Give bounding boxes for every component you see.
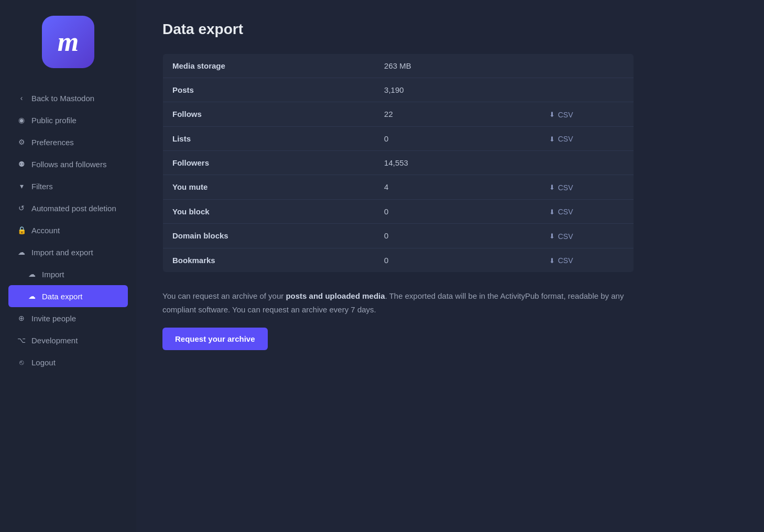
csv-download-7[interactable]: ⬇CSV — [549, 232, 573, 241]
sidebar-item-import[interactable]: ☁Import — [8, 263, 128, 285]
row-csv-4 — [540, 151, 634, 175]
sidebar-item-follows-and-followers[interactable]: ⚉Follows and followers — [8, 153, 128, 175]
account-label: Account — [31, 226, 60, 235]
row-csv-6[interactable]: ⬇CSV — [540, 199, 634, 224]
public-profile-label: Public profile — [31, 116, 77, 125]
download-icon: ⬇ — [549, 111, 555, 118]
csv-download-5[interactable]: ⬇CSV — [549, 183, 573, 192]
row-label-7: Domain blocks — [163, 224, 375, 248]
logo-letter: m — [58, 28, 79, 56]
row-value-0: 263 MB — [375, 54, 540, 78]
row-csv-7[interactable]: ⬇CSV — [540, 224, 634, 248]
sidebar-navigation: ‹Back to Mastodon◉Public profile⚙Prefere… — [0, 87, 136, 373]
invite-people-label: Invite people — [31, 314, 76, 323]
follows-and-followers-label: Follows and followers — [31, 160, 106, 169]
sidebar-item-data-export[interactable]: ☁Data export — [8, 285, 128, 307]
table-row: Posts3,190 — [163, 78, 634, 102]
account-icon: 🔒 — [17, 225, 26, 235]
archive-bold-text: posts and uploaded media — [286, 291, 385, 300]
sidebar-item-account[interactable]: 🔒Account — [8, 219, 128, 241]
mastodon-logo: m — [42, 16, 94, 68]
csv-download-2[interactable]: ⬇CSV — [549, 111, 573, 119]
row-label-3: Lists — [163, 126, 375, 151]
back-to-mastodon-label: Back to Mastodon — [31, 94, 94, 103]
sidebar-item-development[interactable]: ⌥Development — [8, 329, 128, 351]
row-value-8: 0 — [375, 248, 540, 273]
download-icon: ⬇ — [549, 257, 555, 265]
follows-and-followers-icon: ⚉ — [17, 159, 26, 169]
row-csv-1 — [540, 78, 634, 102]
import-and-export-label: Import and export — [31, 248, 93, 257]
row-csv-8[interactable]: ⬇CSV — [540, 248, 634, 273]
row-label-6: You block — [163, 199, 375, 224]
csv-download-6[interactable]: ⬇CSV — [549, 208, 573, 216]
csv-download-8[interactable]: ⬇CSV — [549, 256, 573, 265]
row-label-8: Bookmarks — [163, 248, 375, 273]
sidebar-item-import-and-export[interactable]: ☁Import and export — [8, 241, 128, 263]
table-row: Bookmarks0⬇CSV — [163, 248, 634, 273]
table-row: Followers14,553 — [163, 151, 634, 175]
development-label: Development — [31, 336, 78, 345]
download-icon: ⬇ — [549, 208, 555, 216]
sidebar-item-filters[interactable]: ▾Filters — [8, 175, 128, 197]
sidebar-item-automated-post-deletion[interactable]: ↺Automated post deletion — [8, 197, 128, 219]
row-value-3: 0 — [375, 126, 540, 151]
data-export-icon: ☁ — [27, 291, 37, 301]
data-export-table: Media storage263 MBPosts3,190Follows22⬇C… — [162, 53, 634, 273]
preferences-icon: ⚙ — [17, 137, 26, 147]
sidebar: m ‹Back to Mastodon◉Public profile⚙Prefe… — [0, 0, 136, 532]
invite-people-icon: ⊕ — [17, 313, 26, 323]
table-row: Domain blocks0⬇CSV — [163, 224, 634, 248]
table-row: Lists0⬇CSV — [163, 126, 634, 151]
archive-text-before: You can request an archive of your — [162, 291, 286, 300]
main-content: Data export Media storage263 MBPosts3,19… — [136, 0, 764, 532]
data-export-label: Data export — [42, 292, 83, 301]
import-label: Import — [42, 270, 64, 279]
csv-label: CSV — [558, 111, 573, 119]
row-value-1: 3,190 — [375, 78, 540, 102]
import-and-export-icon: ☁ — [17, 247, 26, 257]
logout-icon: ⎋ — [17, 357, 26, 367]
sidebar-item-preferences[interactable]: ⚙Preferences — [8, 131, 128, 153]
automated-post-deletion-icon: ↺ — [17, 203, 26, 213]
archive-description: You can request an archive of your posts… — [162, 289, 634, 316]
request-archive-button[interactable]: Request your archive — [162, 328, 268, 350]
csv-download-3[interactable]: ⬇CSV — [549, 135, 573, 143]
row-label-1: Posts — [163, 78, 375, 102]
download-icon: ⬇ — [549, 135, 555, 143]
preferences-label: Preferences — [31, 138, 74, 147]
row-label-0: Media storage — [163, 54, 375, 78]
csv-label: CSV — [558, 183, 573, 192]
row-value-7: 0 — [375, 224, 540, 248]
table-row: Media storage263 MB — [163, 54, 634, 78]
csv-label: CSV — [558, 208, 573, 216]
table-row: You block0⬇CSV — [163, 199, 634, 224]
row-csv-0 — [540, 54, 634, 78]
filters-icon: ▾ — [17, 181, 26, 191]
public-profile-icon: ◉ — [17, 115, 26, 125]
row-label-4: Followers — [163, 151, 375, 175]
download-icon: ⬇ — [549, 183, 555, 191]
development-icon: ⌥ — [17, 335, 26, 345]
sidebar-item-back-to-mastodon[interactable]: ‹Back to Mastodon — [8, 87, 128, 109]
row-value-4: 14,553 — [375, 151, 540, 175]
import-icon: ☁ — [27, 269, 37, 279]
sidebar-item-public-profile[interactable]: ◉Public profile — [8, 109, 128, 131]
csv-label: CSV — [558, 135, 573, 143]
csv-label: CSV — [558, 256, 573, 265]
archive-section: You can request an archive of your posts… — [162, 289, 634, 350]
filters-label: Filters — [31, 182, 53, 191]
sidebar-item-invite-people[interactable]: ⊕Invite people — [8, 307, 128, 329]
automated-post-deletion-label: Automated post deletion — [31, 204, 116, 213]
sidebar-item-logout[interactable]: ⎋Logout — [8, 351, 128, 373]
download-icon: ⬇ — [549, 232, 555, 240]
csv-label: CSV — [558, 232, 573, 241]
row-csv-5[interactable]: ⬇CSV — [540, 175, 634, 200]
row-csv-2[interactable]: ⬇CSV — [540, 102, 634, 127]
logout-label: Logout — [31, 358, 56, 367]
row-csv-3[interactable]: ⬇CSV — [540, 126, 634, 151]
back-to-mastodon-icon: ‹ — [17, 93, 26, 103]
table-row: Follows22⬇CSV — [163, 102, 634, 127]
table-row: You mute4⬇CSV — [163, 175, 634, 200]
row-value-5: 4 — [375, 175, 540, 200]
